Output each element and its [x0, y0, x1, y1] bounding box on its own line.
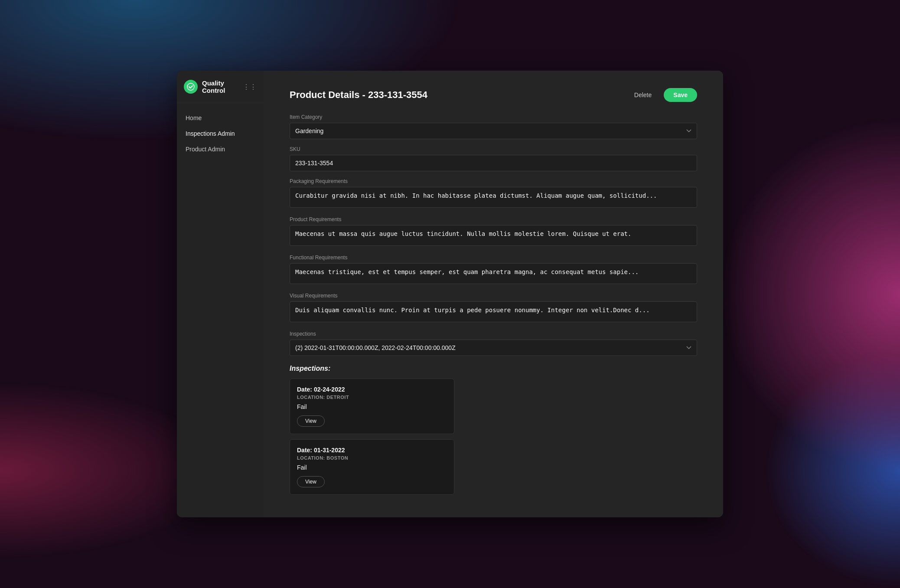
packaging-requirements-input[interactable]: Curabitur gravida nisi at nibh. In hac h… [290, 187, 697, 208]
inspection-card-0-status: Fail [297, 403, 447, 410]
visual-requirements-label: Visual Requirements [290, 293, 697, 299]
grid-icon[interactable]: ⋮⋮ [243, 83, 257, 91]
item-category-select[interactable]: Gardening [290, 123, 697, 139]
nav-menu: Home Inspections Admin Product Admin [177, 103, 264, 164]
product-requirements-group: Product Requirements Maecenas ut massa q… [290, 216, 697, 248]
product-requirements-label: Product Requirements [290, 216, 697, 222]
main-content: Product Details - 233-131-3554 Delete Sa… [264, 71, 723, 517]
sidebar: Quality Control ⋮⋮ Home Inspections Admi… [177, 71, 264, 517]
inspections-section-heading: Inspections: [290, 365, 697, 372]
inspection-card-0-date: Date: 02-24-2022 [297, 386, 447, 393]
delete-button[interactable]: Delete [629, 89, 657, 101]
page-title: Product Details - 233-131-3554 [290, 89, 427, 101]
functional-requirements-input[interactable]: Maecenas tristique, est et tempus semper… [290, 263, 697, 284]
inspections-dropdown-group: Inspections (2) 2022-01-31T00:00:00.000Z… [290, 331, 697, 356]
sidebar-item-home[interactable]: Home [177, 110, 264, 126]
inspection-card-1-status: Fail [297, 464, 447, 471]
inspections-select[interactable]: (2) 2022-01-31T00:00:00.000Z, 2022-02-24… [290, 340, 697, 356]
svg-point-0 [187, 83, 194, 90]
sku-input[interactable] [290, 155, 697, 171]
product-requirements-input[interactable]: Maecenas ut massa quis augue luctus tinc… [290, 225, 697, 246]
app-title: Quality Control [202, 79, 238, 94]
item-category-label: Item Category [290, 114, 697, 120]
logo-icon [184, 80, 198, 94]
inspections-dropdown-label: Inspections [290, 331, 697, 337]
functional-requirements-group: Functional Requirements Maecenas tristiq… [290, 255, 697, 286]
app-window: Quality Control ⋮⋮ Home Inspections Admi… [177, 71, 723, 517]
packaging-requirements-group: Packaging Requirements Curabitur gravida… [290, 178, 697, 209]
inspection-card-0-location: LOCATION: DETROIT [297, 395, 447, 400]
inspection-card-0-view-button[interactable]: View [297, 415, 325, 427]
visual-requirements-group: Visual Requirements Duis aliquam convall… [290, 293, 697, 324]
inspection-card-0: Date: 02-24-2022 LOCATION: DETROIT Fail … [290, 379, 454, 434]
sku-group: SKU [290, 146, 697, 171]
item-category-group: Item Category Gardening [290, 114, 697, 139]
header-actions: Delete Save [629, 88, 697, 102]
sidebar-item-inspections-admin[interactable]: Inspections Admin [177, 126, 264, 141]
sidebar-item-product-admin[interactable]: Product Admin [177, 141, 264, 157]
inspection-card-1-location: LOCATION: BOSTON [297, 455, 447, 461]
inspection-card-1-view-button[interactable]: View [297, 476, 325, 487]
inspection-card-1-date: Date: 01-31-2022 [297, 447, 447, 454]
sidebar-header: Quality Control ⋮⋮ [177, 71, 264, 103]
inspection-card-1: Date: 01-31-2022 LOCATION: BOSTON Fail V… [290, 439, 454, 495]
visual-requirements-input[interactable]: Duis aliquam convallis nunc. Proin at tu… [290, 301, 697, 322]
functional-requirements-label: Functional Requirements [290, 255, 697, 261]
sku-label: SKU [290, 146, 697, 152]
save-button[interactable]: Save [664, 88, 697, 102]
packaging-requirements-label: Packaging Requirements [290, 178, 697, 184]
page-header: Product Details - 233-131-3554 Delete Sa… [290, 88, 697, 102]
